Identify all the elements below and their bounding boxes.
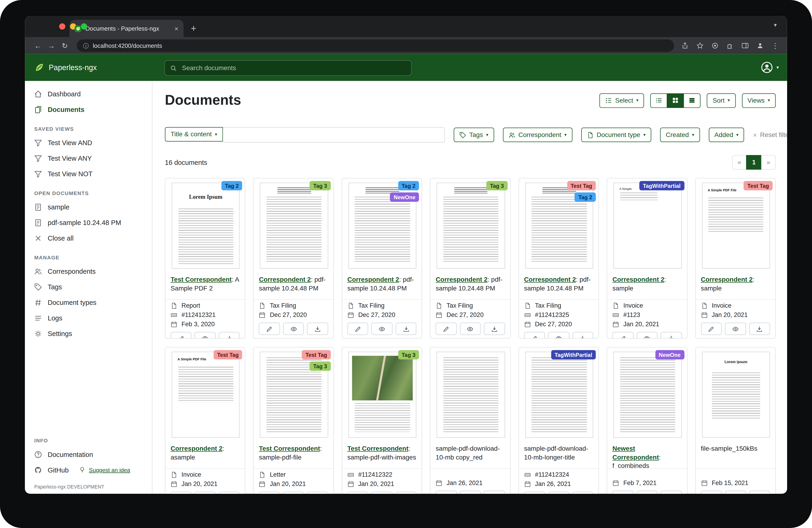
preview-button[interactable]: [372, 323, 392, 335]
filter-text-input[interactable]: [223, 127, 445, 143]
correspondent-link[interactable]: Test Correspondent: [259, 445, 320, 452]
created-filter-button[interactable]: Created ▾: [660, 127, 700, 142]
preview-button[interactable]: [460, 490, 481, 494]
site-info-icon[interactable]: ⓘ: [83, 42, 89, 50]
browser-profile-icon[interactable]: [754, 40, 766, 51]
edit-button[interactable]: [701, 490, 722, 494]
download-button[interactable]: [749, 490, 770, 494]
view-grid-button[interactable]: [667, 93, 684, 108]
download-button[interactable]: [572, 332, 593, 339]
extensions-puzzle-icon[interactable]: [724, 40, 736, 51]
document-thumbnail[interactable]: Lorem Ipsum Tag 2: [165, 178, 245, 272]
preview-button[interactable]: [725, 490, 746, 494]
tag-badge[interactable]: NewOne: [655, 350, 684, 360]
preview-button[interactable]: [195, 492, 216, 494]
sidebar-item-tags[interactable]: Tags: [25, 279, 152, 295]
correspondent-link[interactable]: Correspondent 2: [524, 276, 576, 283]
edit-button[interactable]: [612, 490, 633, 494]
zoom-window-button[interactable]: [81, 24, 87, 30]
correspondent-link[interactable]: Newest Correspondent: [612, 445, 659, 461]
edit-button[interactable]: [524, 492, 545, 494]
forward-icon[interactable]: →: [45, 42, 58, 50]
suggest-idea-link[interactable]: Suggest an idea: [78, 467, 130, 473]
edit-button[interactable]: [259, 492, 280, 494]
edit-button[interactable]: [436, 490, 456, 494]
edit-button[interactable]: [701, 323, 722, 335]
view-table-button[interactable]: [684, 93, 701, 108]
tag-badge[interactable]: Tag 3: [398, 350, 419, 360]
sort-button[interactable]: Sort ▾: [707, 93, 735, 108]
document-type-filter-button[interactable]: Document type ▾: [581, 127, 651, 142]
back-icon[interactable]: ←: [31, 42, 45, 50]
document-thumbnail[interactable]: Tag 3: [431, 178, 510, 272]
sidebar-item-open-document[interactable]: sample: [25, 199, 152, 215]
sidebar-item-documents[interactable]: Documents: [25, 102, 152, 117]
document-thumbnail[interactable]: Tag 3: [254, 178, 333, 272]
correspondent-link[interactable]: Test Correspondent: [347, 445, 408, 452]
tag-badge[interactable]: TagWithPartial: [639, 181, 684, 191]
close-window-button[interactable]: [59, 24, 66, 30]
correspondent-link[interactable]: Correspondent 2: [701, 276, 753, 283]
download-button[interactable]: [749, 323, 770, 335]
sidebar-item-document-types[interactable]: Document types: [25, 295, 152, 310]
document-thumbnail[interactable]: NewOne: [607, 347, 687, 441]
correspondent-link[interactable]: Correspondent 2: [612, 276, 664, 283]
document-thumbnail[interactable]: A Simple PDF File Test Tag: [696, 178, 775, 272]
sidebar-item-saved-view[interactable]: Test View ANY: [25, 151, 152, 166]
document-thumbnail[interactable]: [431, 347, 510, 441]
edit-button[interactable]: [347, 492, 368, 494]
tag-badge[interactable]: Test Tag: [744, 181, 772, 191]
download-button[interactable]: [395, 492, 417, 494]
edit-button[interactable]: [612, 332, 633, 339]
preview-button[interactable]: [548, 492, 569, 494]
sidebar-item-settings[interactable]: Settings: [25, 326, 152, 341]
added-filter-button[interactable]: Added ▾: [709, 127, 744, 142]
sidebar-item-correspondents[interactable]: Correspondents: [25, 263, 152, 279]
global-search[interactable]: [164, 60, 411, 76]
tab-close-icon[interactable]: ×: [174, 25, 178, 32]
document-thumbnail[interactable]: Test Tag Tag 2: [519, 178, 598, 272]
reset-filters-button[interactable]: × Reset filters: [753, 131, 787, 139]
view-list-button[interactable]: [650, 93, 668, 108]
sidebar-item-dashboard[interactable]: Dashboard: [25, 86, 152, 102]
preview-button[interactable]: [195, 332, 216, 339]
search-input[interactable]: [181, 64, 406, 72]
tag-badge[interactable]: Test Tag: [567, 181, 596, 191]
download-button[interactable]: [395, 323, 417, 335]
document-thumbnail[interactable]: Lorem ipsum: [696, 347, 775, 441]
edit-button[interactable]: [259, 323, 280, 335]
sidebar-item-saved-view[interactable]: Test View AND: [25, 135, 152, 151]
sidebar-item-close-all[interactable]: Close all: [25, 230, 152, 246]
browser-menu-icon[interactable]: ⋮: [769, 40, 781, 51]
pagination-page-1[interactable]: 1: [746, 155, 762, 170]
download-button[interactable]: [484, 490, 505, 494]
tag-badge[interactable]: Tag 3: [486, 181, 507, 191]
document-thumbnail[interactable]: Tag 2 NewOne: [342, 178, 422, 272]
pagination-next-button[interactable]: »: [761, 155, 776, 170]
side-panel-icon[interactable]: [739, 40, 751, 51]
edit-button[interactable]: [347, 323, 368, 335]
sidebar-item-saved-view[interactable]: Test View NOT: [25, 166, 152, 182]
sidebar-item-documentation[interactable]: Documentation: [25, 446, 152, 462]
correspondent-link[interactable]: Correspondent 2: [436, 276, 488, 283]
preview-button[interactable]: [372, 492, 392, 494]
sidebar-item-logs[interactable]: Logs: [25, 310, 152, 326]
app-brand[interactable]: Paperless-ngx: [34, 62, 97, 73]
correspondent-link[interactable]: Correspondent 2: [171, 445, 222, 452]
download-button[interactable]: [219, 492, 240, 494]
document-title-text[interactable]: file-sample_150kBs: [701, 445, 757, 452]
correspondent-link[interactable]: Correspondent 2: [347, 276, 399, 283]
document-thumbnail[interactable]: TagWithPartial: [519, 347, 598, 441]
tag-badge[interactable]: Tag 3: [310, 181, 331, 191]
tag-badge[interactable]: Tag 3: [310, 361, 331, 371]
tag-badge[interactable]: TagWithPartial: [551, 350, 596, 360]
sidebar-item-github[interactable]: GitHub Suggest an idea: [25, 462, 152, 477]
preview-button[interactable]: [283, 323, 304, 335]
extension-badge-icon[interactable]: [709, 40, 721, 51]
edit-button[interactable]: [171, 492, 191, 494]
share-icon[interactable]: [679, 40, 691, 51]
document-thumbnail[interactable]: A Simple TagWithPartial: [607, 178, 687, 272]
user-menu[interactable]: ▾: [760, 61, 779, 74]
download-button[interactable]: [307, 492, 328, 494]
correspondent-link[interactable]: Test Correspondent: [171, 276, 232, 283]
